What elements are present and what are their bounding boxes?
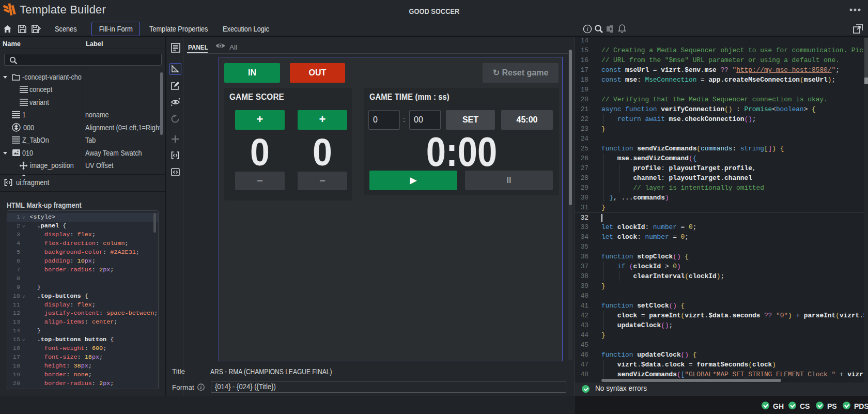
svg-text:i: i bbox=[200, 384, 202, 390]
svg-text:i: i bbox=[586, 26, 588, 32]
